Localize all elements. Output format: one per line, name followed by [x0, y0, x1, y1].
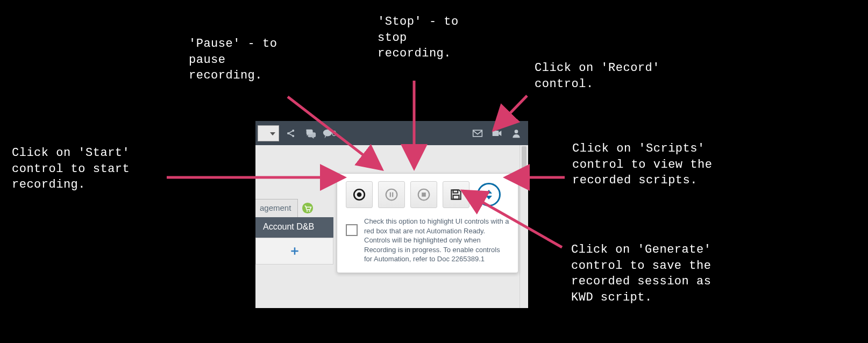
popover-help-text: Check this option to highlight UI contro… — [364, 217, 509, 264]
app-screenshot: 0 agement Account D&B Fund E — [255, 121, 528, 308]
popover-button-row — [337, 174, 518, 215]
annotation-start: Click on 'Start' control to start record… — [12, 145, 130, 193]
annotation-record: Click on 'Record' control. — [535, 60, 660, 92]
svg-rect-13 — [390, 192, 391, 197]
svg-point-11 — [357, 192, 362, 197]
tab-management[interactable]: agement — [255, 199, 298, 217]
generate-button[interactable] — [443, 181, 469, 208]
tab-strip: agement — [255, 199, 317, 217]
mail-icon[interactable] — [468, 124, 487, 142]
notification-icon[interactable]: 0 — [320, 124, 338, 142]
record-popover: Check this option to highlight UI contro… — [337, 173, 518, 273]
svg-point-9 — [309, 210, 310, 211]
start-button[interactable] — [346, 181, 373, 208]
tab-account-dnb[interactable]: Account D&B — [255, 217, 333, 238]
notification-count: 0 — [332, 128, 336, 138]
chat-icon[interactable] — [301, 124, 320, 142]
svg-rect-14 — [392, 192, 393, 197]
toolbar-dropdown[interactable] — [258, 125, 279, 141]
pause-button[interactable] — [378, 181, 405, 208]
top-toolbar: 0 — [255, 121, 528, 145]
chevron-down-icon — [486, 196, 492, 199]
svg-point-12 — [386, 189, 397, 201]
popover-body: Check this option to highlight UI contro… — [337, 215, 518, 273]
svg-point-6 — [515, 130, 518, 133]
user-icon[interactable] — [507, 124, 526, 142]
highlight-checkbox[interactable] — [346, 224, 358, 236]
svg-point-3 — [323, 129, 332, 136]
annotation-pause: 'Pause' - to pause recording. — [189, 36, 277, 84]
svg-point-8 — [307, 210, 308, 211]
svg-rect-16 — [422, 192, 426, 197]
add-button[interactable] — [255, 238, 333, 265]
plus-icon — [289, 246, 300, 256]
svg-point-7 — [302, 203, 313, 213]
annotation-scripts: Click on 'Scripts' control to view the r… — [572, 141, 712, 189]
chevron-up-icon — [486, 190, 492, 194]
main-content-area: agement Account D&B Fund Eligible — [255, 145, 528, 308]
save-icon — [449, 188, 463, 202]
cart-icon[interactable] — [298, 199, 317, 217]
stop-button[interactable] — [410, 181, 437, 208]
share-icon[interactable] — [281, 124, 301, 142]
annotation-stop: 'Stop' - to stop recording. — [378, 14, 459, 62]
svg-rect-18 — [453, 195, 459, 199]
scripts-button[interactable] — [477, 183, 501, 206]
scrollbar[interactable] — [520, 145, 528, 308]
tab-management-label: agement — [260, 203, 291, 212]
svg-rect-17 — [453, 190, 458, 192]
svg-rect-4 — [473, 130, 482, 137]
tab-account-dnb-label: Account D&B — [263, 222, 314, 231]
annotation-generate: Click on 'Generate' control to save the … — [571, 242, 711, 306]
record-icon[interactable] — [487, 124, 507, 142]
svg-rect-5 — [493, 131, 499, 136]
